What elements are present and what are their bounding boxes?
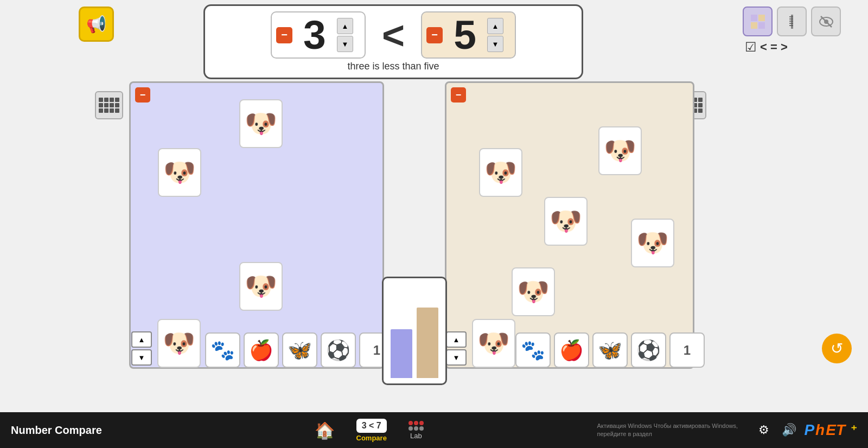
right-dog-4[interactable]: 🐶: [631, 219, 674, 267]
left-spin-controls: ▲ ▼: [337, 18, 353, 52]
windows-activation-notice: Активация Windows Чтобы активировать Win…: [597, 422, 749, 439]
left-number-box: − 3 ▲ ▼: [271, 11, 366, 59]
right-selector-butterfly[interactable]: 🦋: [592, 332, 628, 368]
settings-button[interactable]: ⚙: [754, 420, 774, 440]
megaphone-button[interactable]: 📢: [79, 7, 114, 42]
svg-rect-0: [751, 15, 757, 21]
left-grid-button[interactable]: [95, 91, 123, 119]
left-minus-button[interactable]: −: [276, 27, 292, 43]
symbols-row: ☑ < = >: [743, 40, 841, 55]
tool-icons-row: [743, 7, 841, 36]
left-spin-down[interactable]: ▼: [337, 36, 353, 52]
taskbar-center: 🏠 3 < 7 Compare Lab: [141, 419, 597, 442]
phet-logo-dots: ⁺: [851, 423, 857, 437]
main-area: 📢 − 3 ▲ ▼ < − 5 ▲ ▼: [0, 0, 868, 412]
left-selector-apple[interactable]: 🍎: [244, 332, 279, 368]
left-selector-butterfly[interactable]: 🦋: [282, 332, 317, 368]
taskbar: Number Compare 🏠 3 < 7 Compare Lab: [0, 412, 868, 448]
compare-tab[interactable]: 3 < 7 Compare: [356, 419, 387, 442]
phet-logo-e: ET: [826, 421, 845, 439]
bar-chart: [382, 277, 447, 385]
refresh-button[interactable]: ↺: [822, 334, 852, 363]
phet-logo-h: h: [815, 421, 825, 439]
compare-symbol: <: [371, 13, 416, 57]
sound-button[interactable]: 🔊: [779, 420, 799, 440]
ruler-tool-button[interactable]: [777, 7, 807, 36]
left-dog-2[interactable]: 🐶: [158, 148, 201, 197]
eye-tool-button[interactable]: [811, 7, 841, 36]
right-item-selectors: 🐾 🍎 🦋 ⚽ 1: [515, 332, 705, 368]
right-spin-up[interactable]: ▲: [487, 18, 503, 34]
color-tool-button[interactable]: [743, 7, 773, 36]
check-icon: ☑: [745, 40, 757, 55]
right-dog-5[interactable]: 🐶: [512, 267, 555, 316]
home-button[interactable]: 🏠: [315, 421, 335, 440]
right-selector-apple[interactable]: 🍎: [554, 332, 589, 368]
left-selector-dog[interactable]: 🐾: [205, 332, 240, 368]
bar-left: [391, 329, 412, 378]
left-updown-controls: ▲ ▼: [131, 331, 152, 366]
compare-tab-label: Compare: [356, 434, 387, 442]
lab-tab-label: Lab: [410, 432, 422, 440]
svg-rect-1: [758, 15, 765, 21]
taskbar-right: Активация Windows Чтобы активировать Win…: [597, 420, 857, 440]
left-up-btn[interactable]: ▲: [131, 331, 152, 348]
right-selector-number[interactable]: 1: [669, 332, 705, 368]
left-selector-ball[interactable]: ⚽: [321, 332, 356, 368]
left-dog-1[interactable]: 🐶: [239, 99, 283, 148]
svg-rect-3: [758, 22, 765, 29]
right-dog-3[interactable]: 🐶: [544, 197, 588, 246]
right-spin-controls: ▲ ▼: [487, 18, 503, 52]
comparison-text: three is less than five: [213, 59, 573, 74]
top-tools: ☑ < = >: [743, 7, 841, 55]
right-selector-ball[interactable]: ⚽: [631, 332, 666, 368]
right-spin-down[interactable]: ▼: [487, 36, 503, 52]
right-down-btn[interactable]: ▼: [446, 349, 467, 366]
right-selector-dog[interactable]: 🐾: [515, 332, 551, 368]
right-number-display: 5: [446, 15, 484, 55]
right-updown-controls: ▲ ▼: [446, 331, 467, 366]
right-bottom-dog[interactable]: 🐶: [472, 319, 515, 368]
number-compare-row: − 3 ▲ ▼ < − 5 ▲ ▼: [213, 11, 573, 59]
left-panel-minus[interactable]: −: [135, 87, 150, 103]
right-minus-button[interactable]: −: [426, 27, 443, 43]
right-dog-2[interactable]: 🐶: [598, 126, 642, 175]
taskbar-title: Number Compare: [11, 424, 141, 437]
phet-logo-p: P: [804, 421, 814, 439]
lab-tab[interactable]: Lab: [409, 421, 424, 440]
number-compare-box: − 3 ▲ ▼ < − 5 ▲ ▼ three is less than fiv…: [203, 4, 583, 79]
left-bottom-dog[interactable]: 🐶: [157, 319, 201, 368]
svg-rect-2: [751, 22, 757, 29]
right-panel-minus[interactable]: −: [451, 87, 466, 103]
left-down-btn[interactable]: ▼: [131, 349, 152, 366]
right-number-box: − 5 ▲ ▼: [421, 11, 516, 59]
left-dog-3[interactable]: 🐶: [239, 262, 283, 311]
right-up-btn[interactable]: ▲: [446, 331, 467, 348]
phet-logo: P h ET: [804, 421, 845, 439]
right-dog-1[interactable]: 🐶: [479, 148, 522, 197]
left-number-display: 3: [296, 15, 334, 55]
left-spin-up[interactable]: ▲: [337, 18, 353, 34]
bar-right: [417, 308, 438, 378]
compare-tab-box: 3 < 7: [356, 419, 387, 433]
compare-symbols-label: < = >: [760, 40, 788, 54]
left-item-selectors: 🐾 🍎 🦋 ⚽ 1: [205, 332, 394, 368]
